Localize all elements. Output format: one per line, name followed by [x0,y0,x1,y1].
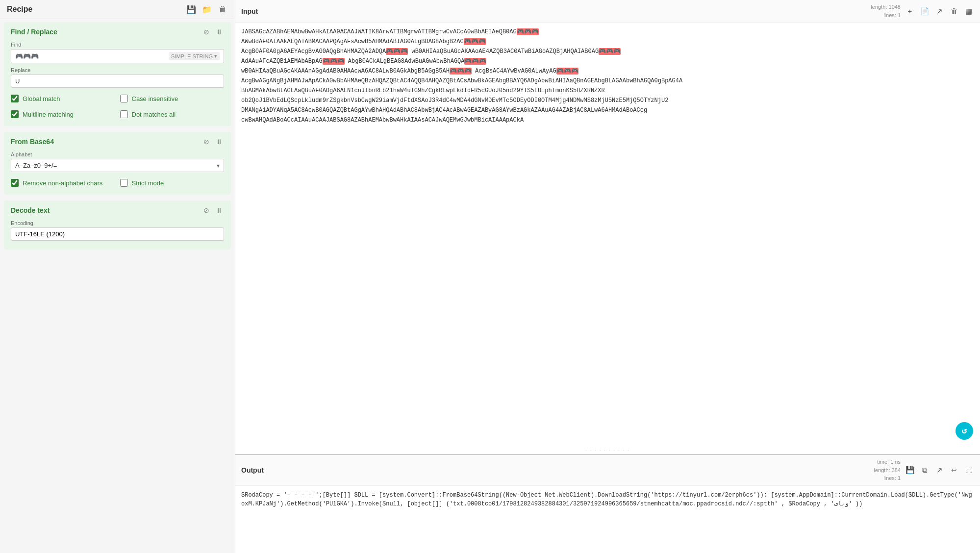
input-header: Input length: 1048 lines: 1 + 📄 ↗ 🗑 ▦ [235,0,980,23]
alphabet-dropdown[interactable]: A–Za–z0–9+/= ▾ [11,159,224,172]
remove-non-alpha-label: Remove non-alphabet chars [23,179,102,187]
input-line-7: BhAGMAkAbwBtAGEAaQBuAF0AOgA6AEN1cnJlbnRE… [241,86,974,95]
input-delete-icon[interactable]: 🗑 [949,6,959,17]
output-undo-icon[interactable]: ↩ [949,465,959,476]
trash-icon[interactable]: 🗑 [217,4,228,15]
decode-text-header: Decode text ⊘ ⏸ [11,205,224,215]
remove-non-alpha-row[interactable]: Remove non-alphabet chars [11,179,115,187]
output-copy-icon[interactable]: ⧉ [919,465,930,476]
input-line-10: cwBwAHQAdABoACcAIAAuACAAJABSAG8AZABhAEMA… [241,116,974,125]
output-length-label: length: 384 [874,466,901,475]
case-insensitive-checkbox[interactable] [120,95,128,102]
input-line-2: AWwBdAF0AIAAkAEQATABMACAAPQAgAFsAcwB5AHM… [241,37,974,46]
right-panel: Input length: 1048 lines: 1 + 📄 ↗ 🗑 ▦ JA… [235,0,980,553]
strict-mode-checkbox[interactable] [120,179,128,187]
input-line-3: AcgB0AF0A0gA6AEYAcgBvAG0AQgBhAHMAZQA2ADQ… [241,47,974,56]
input-line-6: AcgBwAGgANgBjAHMAJwApACkA0wBbAHMAeQBzAHQ… [241,76,974,85]
input-new-file-icon[interactable]: 📄 [919,6,930,17]
output-lines-label: lines: 1 [874,474,901,482]
encoding-value: UTF-16LE (1200) [11,227,224,241]
folder-icon[interactable]: 📁 [201,4,212,15]
alphabet-dropdown-arrow: ▾ [217,162,220,169]
from-base64-title: From Base64 [11,138,199,146]
disable-find-icon[interactable]: ⊘ [201,27,211,37]
left-panel: Recipe 💾 📁 🗑 Find / Replace ⊘ ⏸ Find 🎮🎮🎮… [0,0,235,553]
input-grid-icon[interactable]: ▦ [963,6,974,17]
output-header: Output time: 1ms length: 384 lines: 1 💾 … [235,455,980,486]
find-replace-header: Find / Replace ⊘ ⏸ [11,27,224,37]
input-line-9: DMANgA1ADYANqA5AC8AcwB0AGQAZQBtAGgAYwBhA… [241,106,974,115]
from-base64-section: From Base64 ⊘ ⏸ Alphabet A–Za–z0–9+/= ▾ … [4,132,231,195]
multiline-label: Multiline matching [23,111,74,118]
recipe-title: Recipe [7,5,181,14]
separator: · · · · · · · · · · [235,447,980,454]
dot-matches-all-checkbox[interactable] [120,110,128,118]
input-title: Input [241,7,867,15]
save-icon[interactable]: 💾 [186,4,197,15]
decode-text-section: Decode text ⊘ ⏸ Encoding UTF-16LE (1200) [4,201,231,250]
alphabet-field-group: Alphabet A–Za–z0–9+/= ▾ [11,151,224,172]
global-match-checkbox[interactable] [11,95,19,102]
output-expand-icon[interactable]: ⛶ [963,465,974,476]
input-length-label: length: 1048 [871,3,901,11]
pause-find-icon[interactable]: ⏸ [214,27,224,37]
remove-non-alpha-checkbox[interactable] [11,179,19,187]
input-section: Input length: 1048 lines: 1 + 📄 ↗ 🗑 ▦ JA… [235,0,980,455]
input-line-5: wB0AHIAaQBuAGcAKAAAnAGgAdAB0AHAAcwA6AC8A… [241,67,974,75]
replace-label: Replace [11,67,224,73]
dot-matches-all-row[interactable]: Dot matches all [120,110,225,118]
input-lines-label: lines: 1 [871,11,901,20]
alphabet-value: A–Za–z0–9+/= [15,162,217,169]
find-field-group: Find 🎮🎮🎮 SIMPLE STRING ▾ [11,42,224,63]
pause-decode-icon[interactable]: ⏸ [214,205,224,215]
refresh-button[interactable]: ↺ [955,422,973,440]
dot-matches-all-label: Dot matches all [132,111,176,118]
output-export-icon[interactable]: ↗ [934,465,945,476]
recipe-header: Recipe 💾 📁 🗑 [0,0,235,19]
output-toolbar: 💾 ⧉ ↗ ↩ ⛶ [905,465,974,476]
input-text-content: JABSAGcAZABhAEMAbwBwAHkAIAA9ACAAJWATIK8A… [235,23,980,447]
replace-input[interactable]: U [11,75,224,88]
strict-mode-row[interactable]: Strict mode [120,179,225,187]
global-match-row[interactable]: Global match [11,95,115,102]
alphabet-label: Alphabet [11,151,224,157]
pause-base64-icon[interactable]: ⏸ [214,137,224,147]
input-line-1: JABSAGcAZABhAEMAbwBwAHkAIAA9ACAAJWATIK8A… [241,27,974,36]
input-meta: length: 1048 lines: 1 [871,3,901,19]
find-replace-section: Find / Replace ⊘ ⏸ Find 🎮🎮🎮 SIMPLE STRIN… [4,22,231,126]
input-line-4: AdAAuAFcAZQBiAEMAbABpAG🎮🎮🎮 AbgB0ACkALgBE… [241,57,974,66]
decode-text-title: Decode text [11,206,199,214]
disable-base64-icon[interactable]: ⊘ [201,137,211,147]
from-base64-header: From Base64 ⊘ ⏸ [11,137,224,147]
disable-decode-icon[interactable]: ⊘ [201,205,211,215]
output-time-label: time: 1ms [874,458,901,466]
input-add-icon[interactable]: + [905,6,915,17]
input-line-8: ob2QoJ1BVbEdLQScpLkludm9rZSgkbnVsbCwgW29… [241,96,974,105]
replace-field-group: Replace U [11,67,224,88]
encoding-label: Encoding [11,220,224,226]
output-text-content: $RodaCopy = '–¯–¯–¯–¯';[Byte[]] $DLL = [… [235,486,980,553]
encoding-field-group: Encoding UTF-16LE (1200) [11,220,224,241]
find-value: 🎮🎮🎮 [15,52,169,60]
multiline-checkbox[interactable] [11,110,19,118]
multiline-row[interactable]: Multiline matching [11,110,115,118]
case-insensitive-row[interactable]: Case insensitive [120,95,225,102]
find-input-row[interactable]: 🎮🎮🎮 SIMPLE STRING ▾ [11,49,224,63]
output-meta: time: 1ms length: 384 lines: 1 [874,458,901,482]
find-mode-badge[interactable]: SIMPLE STRING ▾ [169,52,220,60]
find-replace-title: Find / Replace [11,28,199,36]
output-section: Output time: 1ms length: 384 lines: 1 💾 … [235,455,980,553]
strict-mode-label: Strict mode [132,179,164,187]
global-match-label: Global match [23,95,60,102]
input-export-icon[interactable]: ↗ [934,6,945,17]
case-insensitive-label: Case insensitive [132,95,178,102]
base64-checkbox-grid: Remove non-alphabet chars Strict mode [11,176,224,190]
find-label: Find [11,42,224,48]
output-save-icon[interactable]: 💾 [905,465,915,476]
checkbox-grid: Global match Case insensitive Multiline … [11,92,224,121]
output-title: Output [241,466,870,474]
input-toolbar: + 📄 ↗ 🗑 ▦ [905,6,974,17]
